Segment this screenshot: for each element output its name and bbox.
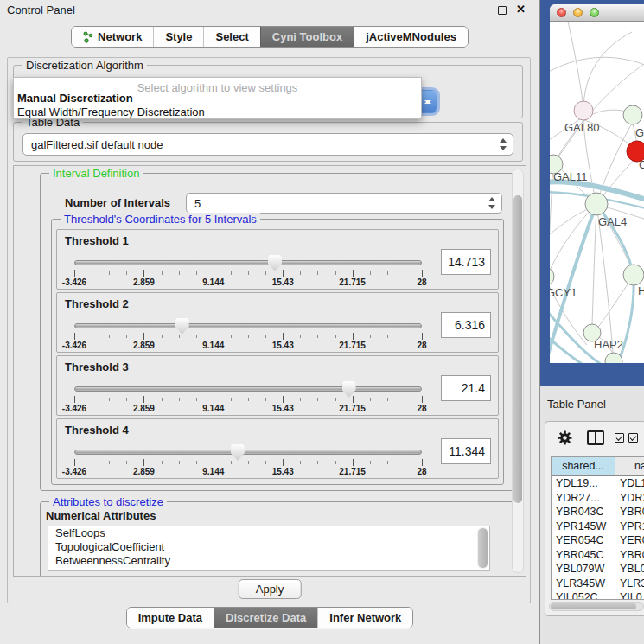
column-header-name[interactable]: na [615,457,644,475]
threshold-1-slider[interactable]: -3.426 2.859 9.144 15.43 21.715 28 [74,256,422,289]
node-label: GCY1 [550,286,577,299]
dropdown-hint-option[interactable]: Select algorithm to view settings [14,78,421,92]
tab-select[interactable]: Select [203,27,259,47]
axis-label: -3.426 [62,277,86,287]
threshold-2-value[interactable]: 6.316 [441,312,491,338]
table-data-combobox[interactable]: galFiltered.sif default node [22,133,513,156]
threshold-3-slider[interactable]: -3.426 2.859 9.144 15.43 21.715 28 [74,382,422,415]
threshold-2-panel: Threshold 2 -3.426 2.859 9.144 [56,292,499,353]
cell[interactable]: YIL052C [552,590,615,600]
scrollbar-thumb[interactable] [478,528,488,568]
checkbox-icon[interactable] [615,433,624,443]
table-row[interactable]: YBR043CYBR0 [552,505,644,520]
spinner-arrows-icon[interactable] [500,138,507,150]
cell[interactable]: YPR145W [552,520,615,534]
cell[interactable]: YLR345W [552,577,615,591]
tab-discretize-data[interactable]: Discretize Data [214,608,317,628]
tab-label: Discretize Data [226,611,306,624]
table-row[interactable]: YBL079WYBL0 [552,562,644,577]
tab-style[interactable]: Style [153,27,203,47]
scrollbar-thumb[interactable] [551,603,636,609]
node-label: C [639,158,644,171]
slider-track[interactable] [74,260,422,265]
zoom-traffic-light-icon[interactable] [590,8,599,17]
scrollbar-thumb[interactable] [513,195,522,503]
cell[interactable]: YBR0 [615,505,644,520]
close-icon[interactable]: ✕ [516,3,526,16]
tab-cyni-toolbox[interactable]: Cyni Toolbox [260,27,354,47]
slider-track[interactable] [74,323,422,328]
cell[interactable]: YDL1 [615,476,644,491]
node-top-right[interactable] [623,105,642,124]
cell[interactable]: YBR045C [552,548,615,563]
slider-axis: -3.426 2.859 9.144 15.43 21.715 28 [74,467,422,477]
table-row[interactable]: YER054CYER0 [552,533,644,548]
cell[interactable]: YDR2 [615,491,644,506]
threshold-3-value[interactable]: 21.4 [441,375,491,401]
cell[interactable]: YPR1 [615,520,644,534]
apply-button[interactable]: Apply [239,579,302,599]
gear-icon[interactable] [558,430,572,445]
attributes-list[interactable]: SelfLoops TopologicalCoefficient Between… [48,526,490,571]
threshold-1-panel: Threshold 1 -3.426 2.859 9.144 [56,229,499,290]
panel-scrollbar[interactable] [512,169,524,573]
table-horizontal-scrollbar[interactable] [549,602,644,611]
tab-label: Select [215,30,248,43]
number-of-intervals-combobox[interactable]: 5 [186,193,502,214]
dropdown-option-equal-width[interactable]: Equal Width/Frequency Discretization [14,105,421,119]
node-gal80[interactable] [574,101,593,120]
cell[interactable]: YBR043C [552,505,615,520]
float-window-icon[interactable] [498,6,507,15]
table-row[interactable]: YLR345WYLR3 [552,577,644,591]
threshold-2-slider[interactable]: -3.426 2.859 9.144 15.43 21.715 28 [74,319,422,352]
threshold-3-panel: Threshold 3 -3.426 2.859 9.144 [56,355,499,416]
table-row[interactable]: YBR045CYBR0 [552,548,644,563]
cell[interactable]: YDR27... [552,491,615,506]
cell[interactable]: YBL0 [615,562,644,577]
cell[interactable]: YDL19... [552,476,615,491]
cell[interactable]: YBL079W [552,562,615,577]
node-h[interactable] [623,265,644,285]
column-header-shared-name[interactable]: shared... [552,457,615,475]
group-title: Interval Definition [49,167,143,180]
slider-axis: -3.426 2.859 9.144 15.43 21.715 28 [74,277,422,288]
list-item[interactable]: SelfLoops [48,526,489,540]
network-canvas[interactable]: GAL80 GA C GAL11 GAL4 GCY1 H HAP2 [550,22,644,363]
group-title: Threshold's Coordinates for 5 Intervals [61,213,260,226]
close-traffic-light-icon[interactable] [557,8,566,17]
axis-label: -3.426 [62,404,86,413]
cell[interactable]: YER0 [615,533,644,548]
network-edges [550,22,644,360]
node-attribute-table[interactable]: shared... na YDL19...YDL1 YDR27...YDR2 Y… [551,456,644,600]
cell[interactable]: YIL0 [615,590,644,600]
node-gcy1[interactable] [550,267,554,286]
node-gal4[interactable] [585,193,608,215]
minimize-traffic-light-icon[interactable] [573,8,583,17]
cell[interactable]: YLR3 [615,577,644,591]
tab-infer-network[interactable]: Infer Network [317,608,412,628]
table-row[interactable]: YIL052CYIL0 [552,590,644,600]
table-row[interactable]: YDL19...YDL1 [552,476,644,491]
table-row[interactable]: YDR27...YDR2 [552,491,644,506]
tab-jactivemnodules[interactable]: jActiveMNodules [354,27,468,47]
cell[interactable]: YER054C [552,533,615,548]
split-view-icon[interactable] [587,430,604,445]
control-panel: Control Panel ✕ Network Style Select [0,0,540,644]
table-row[interactable]: YPR145WYPR1 [552,520,644,534]
list-item[interactable]: TopologicalCoefficient [48,540,489,554]
threshold-4-slider[interactable]: -3.426 2.859 9.144 15.43 21.715 28 [74,445,422,478]
cell[interactable]: YBR0 [615,548,644,563]
checkbox-icon[interactable] [628,433,638,443]
tab-impute-data[interactable]: Impute Data [127,608,214,628]
threshold-4-value[interactable]: 11.344 [441,438,491,464]
axis-label: 21.715 [339,341,366,350]
slider-track[interactable] [74,386,422,392]
slider-track[interactable] [74,450,422,455]
spinner-arrows-icon[interactable] [488,197,496,209]
list-scrollbar[interactable] [477,527,488,569]
list-item[interactable]: BetweennessCentrality [48,554,489,568]
tab-network[interactable]: Network [72,27,153,47]
combo-arrows-icon[interactable] [419,91,437,112]
threshold-1-value[interactable]: 14.713 [441,249,491,275]
node-bottom-partial[interactable] [605,353,622,363]
